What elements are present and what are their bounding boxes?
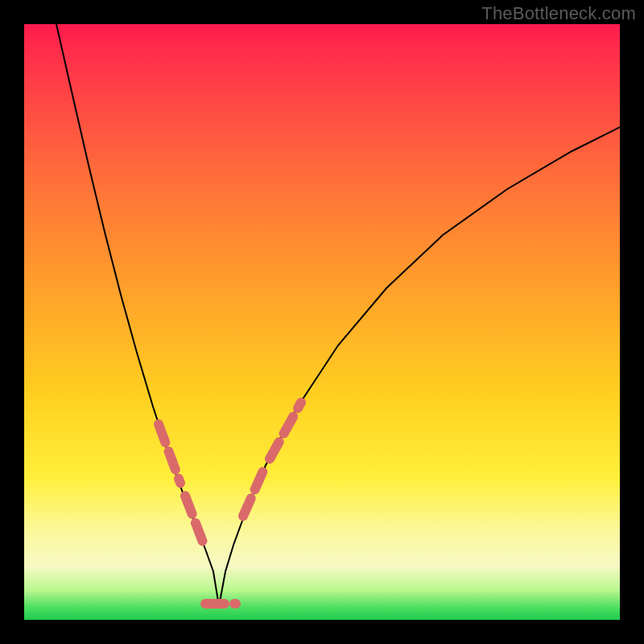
chart-frame: TheBottleneck.com	[0, 0, 644, 644]
marker-right_upper	[270, 402, 301, 459]
marker-segments	[159, 402, 301, 604]
marker-right_lower	[243, 465, 266, 516]
bottleneck-curve-svg	[24, 24, 620, 620]
plot-area	[24, 24, 620, 620]
marker-left_upper	[159, 424, 180, 483]
bottleneck-curve	[56, 24, 620, 606]
watermark-text: TheBottleneck.com	[481, 3, 636, 24]
marker-left_lower	[185, 496, 204, 544]
